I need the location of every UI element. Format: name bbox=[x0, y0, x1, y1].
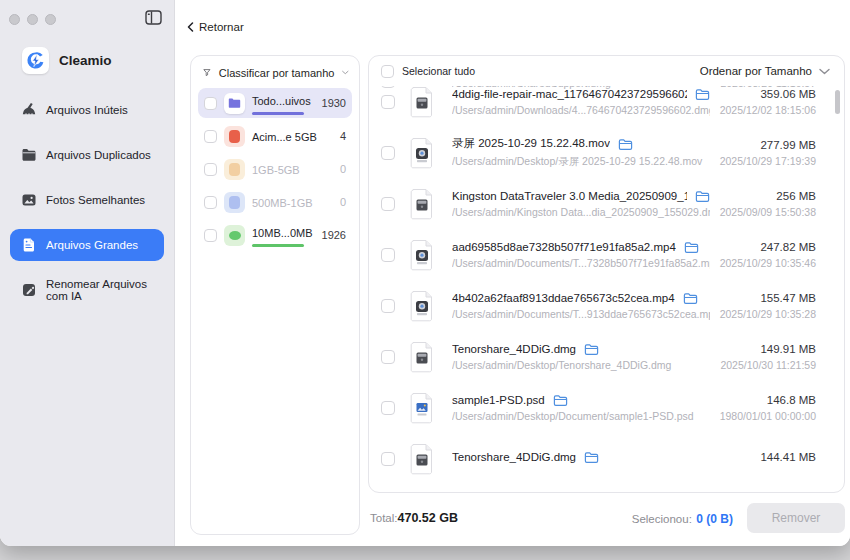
rename-icon bbox=[20, 282, 37, 299]
reveal-in-folder-icon[interactable] bbox=[584, 450, 599, 463]
sidebar-toggle-icon[interactable] bbox=[144, 9, 164, 27]
category-icon bbox=[224, 225, 245, 246]
category-count: 1926 bbox=[322, 229, 346, 241]
category-checkbox[interactable] bbox=[204, 196, 217, 209]
category-count: 0 bbox=[340, 163, 346, 175]
folder-icon bbox=[20, 147, 37, 164]
size-category-row[interactable]: 500MB-1GB 0 bbox=[198, 187, 352, 217]
total-value: 470.52 GB bbox=[398, 511, 458, 525]
file-checkbox[interactable] bbox=[381, 299, 395, 313]
file-row[interactable]: Tenorshare_4DDiG.dmg 144.41 MB bbox=[369, 433, 844, 484]
file-date: 2025/10/29 10:35:28 bbox=[720, 308, 816, 320]
back-button[interactable]: Retornar bbox=[187, 21, 244, 33]
file-path: /Users/admin/Documents/T...7328b507f71e9… bbox=[452, 257, 710, 269]
reveal-in-folder-icon[interactable] bbox=[553, 393, 568, 406]
selected-value: 0 (0 B) bbox=[696, 512, 733, 526]
reveal-in-folder-icon[interactable] bbox=[695, 87, 710, 100]
file-row[interactable]: aad69585d8ae7328b507f71e91fa85a2.mp4 /Us… bbox=[369, 229, 844, 280]
sidebar-item-label: Fotos Semelhantes bbox=[46, 194, 145, 206]
remove-button[interactable]: Remover bbox=[747, 503, 845, 533]
file-size: 359.06 MB bbox=[720, 88, 816, 100]
file-row[interactable]: Tenorshare_4DDiG.dmg /Users/admin/Deskto… bbox=[369, 331, 844, 382]
category-count: 4 bbox=[340, 130, 346, 142]
document-icon bbox=[20, 237, 37, 254]
file-checkbox[interactable] bbox=[381, 197, 395, 211]
category-icon bbox=[224, 93, 245, 114]
sidebar-item-inuteis[interactable]: Arquivos Inúteis bbox=[10, 94, 164, 126]
traffic-lights bbox=[9, 14, 56, 25]
sidebar-item-fotos[interactable]: Fotos Semelhantes bbox=[10, 184, 164, 216]
sidebar-item-label: Renomear Arquivos com IA bbox=[46, 278, 154, 302]
file-list-header: Selecionar tudo Ordenar por Tamanho bbox=[369, 56, 844, 86]
category-label: Todo...uivos bbox=[252, 95, 311, 107]
size-category-row[interactable]: Todo...uivos 1930 bbox=[198, 88, 352, 118]
file-row[interactable]: 4ddig-file-repair-mac_117646704237295966… bbox=[369, 86, 844, 127]
file-checkbox[interactable] bbox=[381, 146, 395, 160]
video-file-icon bbox=[408, 137, 436, 169]
file-name: sample1-PSD.psd bbox=[452, 394, 545, 406]
file-date: 2025/10/29 17:19:39 bbox=[720, 155, 816, 167]
file-date: 2025/10/30 11:21:59 bbox=[720, 359, 816, 371]
file-name: 录屏 2025-10-29 15.22.48.mov bbox=[452, 136, 610, 151]
file-size: 277.99 MB bbox=[720, 139, 816, 151]
category-label: 10MB...0MB bbox=[252, 227, 313, 239]
dmg-file-icon bbox=[408, 188, 436, 220]
size-filter-panel: Classificar por tamanho Todo...uivos 193… bbox=[190, 55, 360, 535]
close-window-button[interactable] bbox=[9, 14, 20, 25]
category-progress-bar bbox=[252, 112, 304, 115]
video-file-icon bbox=[408, 290, 436, 322]
size-category-row[interactable]: Acim...e 5GB 4 bbox=[198, 121, 352, 151]
file-name: Tenorshare_4DDiG.dmg bbox=[452, 451, 576, 463]
file-checkbox[interactable] bbox=[381, 401, 395, 415]
scrollbar-thumb[interactable] bbox=[835, 90, 840, 114]
photos-icon bbox=[20, 192, 37, 209]
reveal-in-folder-icon[interactable] bbox=[695, 189, 710, 202]
classify-dropdown[interactable]: Classificar por tamanho bbox=[191, 56, 359, 85]
sort-dropdown[interactable]: Ordenar por Tamanho bbox=[700, 65, 830, 77]
file-date: 2025/10/29 10:35:46 bbox=[720, 257, 816, 269]
sidebar: Cleamio Arquivos Inúteis Arquivos Duplic… bbox=[0, 0, 175, 546]
file-date: 2025/12/02 18:15:06 bbox=[720, 104, 816, 116]
zoom-window-button[interactable] bbox=[45, 14, 56, 25]
file-checkbox[interactable] bbox=[381, 248, 395, 262]
file-row[interactable]: Kingston DataTraveler 3.0 Media_20250909… bbox=[369, 178, 844, 229]
file-row[interactable]: sample1-PSD.psd /Users/admin/Desktop/Doc… bbox=[369, 382, 844, 433]
sidebar-item-renomear[interactable]: Renomear Arquivos com IA bbox=[10, 274, 164, 306]
total-label: Total: bbox=[370, 512, 398, 524]
classify-dropdown-label: Classificar por tamanho bbox=[219, 67, 335, 79]
back-button-label: Retornar bbox=[199, 21, 244, 33]
minimize-window-button[interactable] bbox=[27, 14, 38, 25]
file-size: 155.47 MB bbox=[720, 292, 816, 304]
reveal-in-folder-icon[interactable] bbox=[684, 240, 699, 253]
size-category-row[interactable]: 1GB-5GB 0 bbox=[198, 154, 352, 184]
file-list-panel: Selecionar tudo Ordenar por Tamanho bbox=[368, 55, 845, 493]
category-checkbox[interactable] bbox=[204, 97, 217, 110]
file-date: 2025/09/09 15:50:38 bbox=[720, 206, 816, 218]
sidebar-item-duplicados[interactable]: Arquivos Duplicados bbox=[10, 139, 164, 171]
file-row[interactable]: 录屏 2025-10-29 15.22.48.mov /Users/admin/… bbox=[369, 127, 844, 178]
category-progress-bar bbox=[252, 244, 304, 247]
category-label: 1GB-5GB bbox=[252, 164, 300, 176]
category-checkbox[interactable] bbox=[204, 229, 217, 242]
reveal-in-folder-icon[interactable] bbox=[683, 291, 698, 304]
size-category-row[interactable]: 10MB...0MB 1926 bbox=[198, 220, 352, 250]
reveal-in-folder-icon[interactable] bbox=[618, 137, 633, 150]
app-name: Cleamio bbox=[59, 53, 112, 68]
reveal-in-folder-icon[interactable] bbox=[584, 342, 599, 355]
file-path: /Users/admin/Kingston Data...dia_2025090… bbox=[452, 206, 710, 218]
category-checkbox[interactable] bbox=[204, 163, 217, 176]
file-checkbox[interactable] bbox=[381, 452, 395, 466]
file-checkbox[interactable] bbox=[381, 95, 395, 109]
psd-file-icon bbox=[408, 392, 436, 424]
file-name: 4ddig-file-repair-mac_117646704237295966… bbox=[452, 88, 687, 100]
file-row[interactable]: 4b402a62faaf8913ddae765673c52cea.mp4 /Us… bbox=[369, 280, 844, 331]
category-icon bbox=[224, 126, 245, 147]
category-checkbox[interactable] bbox=[204, 130, 217, 143]
category-label: 500MB-1GB bbox=[252, 197, 313, 209]
chevron-left-icon bbox=[187, 22, 194, 32]
file-checkbox[interactable] bbox=[381, 350, 395, 364]
file-name: Kingston DataTraveler 3.0 Media_20250909… bbox=[452, 190, 687, 202]
sidebar-item-grandes[interactable]: Arquivos Grandes bbox=[10, 229, 164, 261]
select-all-checkbox[interactable] bbox=[381, 65, 394, 78]
file-size: 146.8 MB bbox=[720, 394, 816, 406]
